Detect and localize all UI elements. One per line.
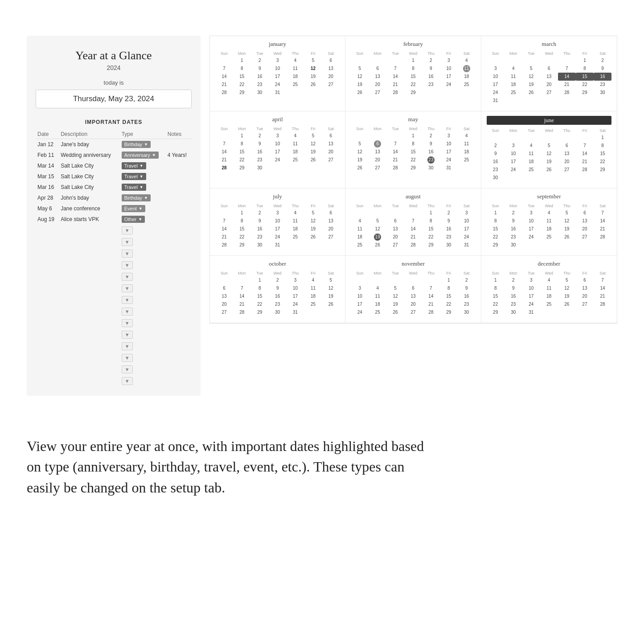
- calendar-day[interactable]: 31: [458, 241, 476, 249]
- calendar-day[interactable]: 22: [576, 81, 594, 89]
- calendar-day[interactable]: 5: [369, 217, 386, 225]
- calendar-day[interactable]: 20: [322, 225, 340, 233]
- calendar-day[interactable]: 24: [522, 233, 540, 241]
- calendar-day[interactable]: 25: [287, 156, 304, 164]
- calendar-day[interactable]: 7: [404, 217, 422, 225]
- calendar-day[interactable]: 1: [594, 134, 611, 142]
- calendar-day[interactable]: 4: [540, 209, 558, 217]
- calendar-day[interactable]: 27: [576, 300, 594, 308]
- calendar-day[interactable]: 12: [558, 284, 576, 292]
- calendar-day[interactable]: 30: [422, 164, 440, 172]
- calendar-day[interactable]: 5: [322, 276, 340, 284]
- calendar-day[interactable]: 11: [287, 65, 304, 73]
- calendar-day[interactable]: 17: [440, 148, 458, 156]
- calendar-day[interactable]: 28: [233, 308, 251, 316]
- calendar-day[interactable]: 20: [404, 300, 422, 308]
- calendar-day[interactable]: 6: [540, 65, 558, 73]
- calendar-day[interactable]: 23: [251, 233, 269, 241]
- calendar-day[interactable]: 4: [287, 132, 304, 140]
- calendar-day[interactable]: 31: [269, 89, 287, 97]
- calendar-day[interactable]: 15: [576, 73, 594, 81]
- calendar-day[interactable]: 26: [369, 241, 386, 249]
- calendar-day[interactable]: 18: [287, 73, 304, 81]
- calendar-day[interactable]: 22: [422, 233, 440, 241]
- calendar-day[interactable]: 10: [487, 73, 505, 81]
- calendar-day[interactable]: 24: [287, 300, 304, 308]
- calendar-day[interactable]: 25: [505, 89, 522, 97]
- calendar-day[interactable]: 14: [594, 217, 611, 225]
- calendar-day[interactable]: 26: [322, 300, 340, 308]
- calendar-day[interactable]: 23: [427, 156, 435, 164]
- calendar-day[interactable]: 11: [351, 225, 369, 233]
- calendar-day[interactable]: 13: [215, 292, 233, 300]
- calendar-day[interactable]: 18: [458, 148, 476, 156]
- calendar-day[interactable]: 21: [594, 225, 611, 233]
- calendar-day[interactable]: 2: [505, 209, 522, 217]
- calendar-day[interactable]: 3: [522, 209, 540, 217]
- calendar-day[interactable]: 31: [269, 241, 287, 249]
- calendar-day[interactable]: 27: [386, 241, 404, 249]
- calendar-day[interactable]: 12: [304, 140, 322, 148]
- calendar-day[interactable]: 20: [215, 300, 233, 308]
- calendar-day[interactable]: 27: [215, 308, 233, 316]
- calendar-day[interactable]: 17: [287, 292, 304, 300]
- calendar-day[interactable]: 8: [440, 284, 458, 292]
- calendar-day[interactable]: 10: [440, 65, 458, 73]
- calendar-day[interactable]: 23: [505, 300, 522, 308]
- calendar-day[interactable]: 6: [386, 217, 404, 225]
- calendar-day[interactable]: 26: [558, 300, 576, 308]
- calendar-day[interactable]: 28: [215, 89, 233, 97]
- calendar-day[interactable]: 21: [404, 233, 422, 241]
- calendar-day[interactable]: 23: [422, 81, 440, 89]
- calendar-day[interactable]: 4: [369, 284, 386, 292]
- calendar-day[interactable]: 7: [422, 284, 440, 292]
- calendar-day[interactable]: 7: [386, 65, 404, 73]
- calendar-day[interactable]: 10: [269, 140, 287, 148]
- calendar-day[interactable]: 4: [351, 217, 369, 225]
- calendar-day[interactable]: 15: [233, 73, 251, 81]
- calendar-day[interactable]: 9: [422, 140, 440, 148]
- calendar-day[interactable]: 13: [369, 73, 386, 81]
- calendar-day[interactable]: 11: [540, 217, 558, 225]
- calendar-day[interactable]: 3: [351, 284, 369, 292]
- calendar-day[interactable]: 25: [540, 300, 558, 308]
- calendar-day[interactable]: 19: [351, 81, 369, 89]
- calendar-day[interactable]: 12: [304, 217, 322, 225]
- calendar-day[interactable]: 9: [440, 217, 458, 225]
- calendar-day[interactable]: 18: [540, 292, 558, 300]
- calendar-day[interactable]: 19: [558, 292, 576, 300]
- calendar-day[interactable]: 1: [251, 276, 269, 284]
- calendar-day[interactable]: 30: [458, 308, 476, 316]
- calendar-day[interactable]: 2: [440, 209, 458, 217]
- calendar-day[interactable]: 11: [540, 284, 558, 292]
- calendar-day[interactable]: 20: [369, 156, 386, 164]
- calendar-day[interactable]: 28: [404, 241, 422, 249]
- calendar-day[interactable]: 27: [540, 89, 558, 97]
- calendar-day[interactable]: 1: [440, 276, 458, 284]
- calendar-day[interactable]: 11: [463, 65, 470, 72]
- calendar-day[interactable]: 30: [487, 174, 505, 182]
- calendar-day[interactable]: 22: [404, 81, 422, 89]
- calendar-day[interactable]: 17: [351, 300, 369, 308]
- calendar-day[interactable]: 24: [351, 308, 369, 316]
- calendar-day[interactable]: 20: [369, 81, 386, 89]
- calendar-day[interactable]: 3: [440, 132, 458, 140]
- calendar-day[interactable]: 7: [594, 209, 611, 217]
- calendar-day[interactable]: 23: [594, 81, 611, 89]
- calendar-day[interactable]: 21: [215, 233, 233, 241]
- calendar-day[interactable]: 26: [304, 81, 322, 89]
- event-type[interactable]: Event ▼: [120, 203, 166, 214]
- calendar-day[interactable]: 25: [522, 166, 540, 174]
- calendar-day[interactable]: 2: [487, 142, 505, 150]
- calendar-day[interactable]: 4: [287, 209, 304, 217]
- calendar-day[interactable]: 10: [287, 284, 304, 292]
- calendar-day[interactable]: 12: [351, 148, 369, 156]
- calendar-day[interactable]: 4: [287, 57, 304, 65]
- calendar-day[interactable]: 12: [386, 292, 404, 300]
- calendar-day[interactable]: 29: [233, 241, 251, 249]
- event-type[interactable]: Birthday ▼: [120, 193, 166, 203]
- calendar-day[interactable]: 18: [505, 81, 522, 89]
- calendar-day[interactable]: 31: [440, 164, 458, 172]
- calendar-day[interactable]: 24: [522, 300, 540, 308]
- calendar-day[interactable]: 26: [522, 89, 540, 97]
